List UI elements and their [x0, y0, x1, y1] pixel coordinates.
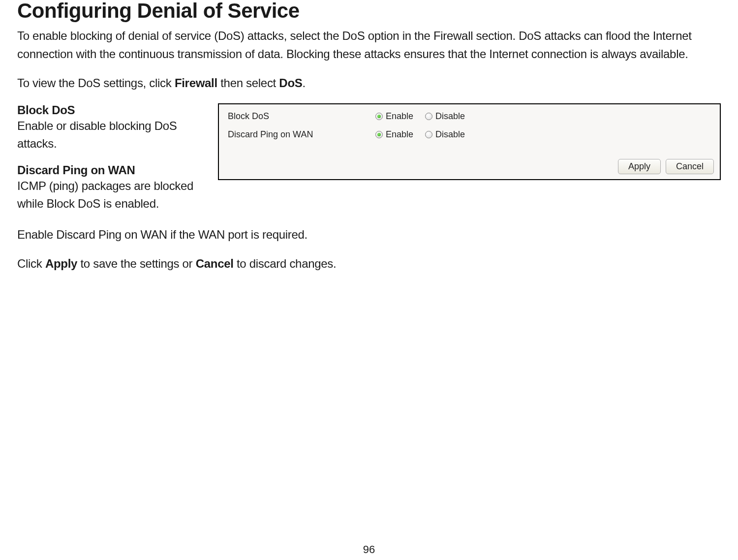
cancel-button[interactable]: Cancel	[666, 159, 714, 174]
nav-prefix: To view the DoS settings, click	[17, 76, 175, 90]
radio-icon	[375, 113, 383, 120]
nav-suffix: .	[302, 76, 305, 90]
discard-ping-desc: ICMP (ping) packages are blocked while B…	[17, 177, 204, 213]
apply-p2: to save the settings or	[77, 257, 196, 270]
radio-icon	[375, 131, 383, 138]
nav-mid: then select	[217, 76, 279, 90]
panel-row-discard-ping: Discard Ping on WAN Enable Disable	[228, 129, 711, 140]
discard-ping-head: Discard Ping on WAN	[17, 163, 204, 177]
block-dos-desc: Enable or disable blocking DoS attacks.	[17, 117, 204, 153]
radio-block-dos-disable[interactable]: Disable	[425, 111, 465, 122]
radio-icon	[425, 131, 432, 138]
panel-row-block-dos: Block DoS Enable Disable	[228, 111, 711, 122]
page-title: Configuring Denial of Service	[17, 0, 721, 23]
radio-discard-ping-disable[interactable]: Disable	[425, 129, 465, 140]
radio-block-dos-enable[interactable]: Enable	[375, 111, 413, 122]
block-dos-head: Block DoS	[17, 103, 204, 117]
page-number: 96	[0, 543, 738, 556]
intro-paragraph: To enable blocking of denial of service …	[17, 27, 721, 63]
radio-label: Disable	[435, 129, 465, 140]
radio-discard-ping-enable[interactable]: Enable	[375, 129, 413, 140]
discard-required-note: Enable Discard Ping on WAN if the WAN po…	[17, 225, 721, 244]
radio-icon	[425, 113, 432, 120]
cancel-bold: Cancel	[196, 257, 234, 270]
apply-p3: to discard changes.	[234, 257, 337, 270]
radio-label: Disable	[435, 111, 465, 122]
radio-label: Enable	[386, 111, 413, 122]
settings-screenshot-panel: Block DoS Enable Disable Discard Ping on…	[218, 103, 721, 180]
two-column-area: Block DoS Enable or disable blocking DoS…	[17, 103, 721, 223]
apply-instruction: Click Apply to save the settings or Canc…	[17, 254, 721, 273]
definitions-column: Block DoS Enable or disable blocking DoS…	[17, 103, 204, 223]
apply-button[interactable]: Apply	[618, 159, 661, 174]
panel-label-discard-ping: Discard Ping on WAN	[228, 129, 375, 140]
panel-label-block-dos: Block DoS	[228, 111, 375, 122]
radio-label: Enable	[386, 129, 413, 140]
nav-dos: DoS	[279, 76, 302, 90]
apply-p1: Click	[17, 257, 45, 270]
apply-bold: Apply	[45, 257, 77, 270]
nav-firewall: Firewall	[175, 76, 217, 90]
nav-instruction: To view the DoS settings, click Firewall…	[17, 74, 721, 92]
